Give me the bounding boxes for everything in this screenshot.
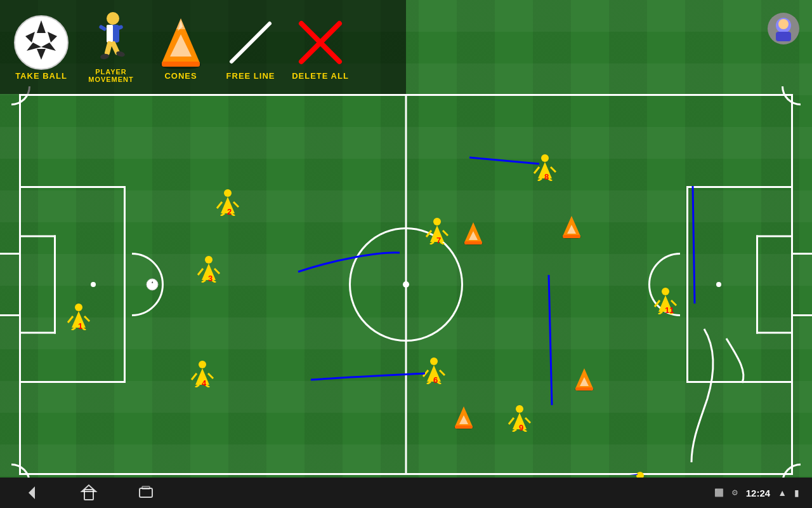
svg-point-26 [778,19,789,29]
player-4-number: 4 [202,378,206,388]
left-penalty-spot [91,282,96,287]
svg-point-110 [147,279,158,290]
player-1-number: 1 [78,321,82,331]
svg-point-58 [430,358,438,365]
svg-line-22 [232,23,270,62]
soccer-ball-icon [13,14,70,71]
free-line-label: FREE LINE [226,71,275,81]
svg-line-91 [671,300,676,305]
svg-line-32 [72,328,75,330]
screenshot-icon: ⬜ [714,488,724,497]
svg-rect-101 [563,235,580,238]
delete-all-label: DELETE ALL [292,71,349,81]
svg-rect-97 [464,241,482,244]
ball-spot [146,278,159,293]
soccer-field [19,94,793,475]
free-line-icon [222,14,279,71]
cone-3[interactable] [574,367,594,394]
svg-line-43 [214,269,219,274]
svg-point-46 [199,361,206,368]
wifi-icon: ▲ [778,488,787,498]
svg-rect-105 [575,387,593,391]
svg-point-7 [107,12,119,25]
svg-rect-115 [140,488,152,497]
nav-buttons [13,481,165,504]
svg-line-73 [551,167,556,172]
svg-point-64 [433,218,441,225]
svg-line-37 [233,202,239,207]
cone-2[interactable] [561,215,582,241]
svg-line-48 [192,373,197,380]
player-6[interactable]: 6 [422,358,446,387]
status-icons: ⬜ ⚙ 12:24 ▲ ▮ [714,488,799,498]
svg-rect-109 [455,425,473,429]
svg-rect-27 [776,32,791,41]
svg-line-78 [509,418,514,424]
player-3-number: 3 [208,274,213,283]
player-7[interactable]: 7 [425,218,449,247]
svg-marker-112 [29,486,35,499]
take-ball-tool[interactable]: TAKE BALL [13,14,70,81]
cone-4[interactable] [454,405,474,432]
svg-line-61 [440,370,445,375]
free-line-tool[interactable]: FREE LINE [222,14,279,81]
corner-tr [782,86,801,105]
svg-line-79 [525,418,530,423]
player-movement-label: PLAYERMOVEMENT [88,68,134,83]
delete-all-icon [292,14,349,71]
player-11[interactable]: 11 [653,288,678,317]
player-2-number: 2 [227,207,232,217]
svg-line-49 [208,373,213,378]
left-goal [0,253,21,316]
recents-button[interactable] [127,481,165,504]
player-9[interactable]: 9 [508,405,532,434]
home-button[interactable] [70,481,108,504]
toolbar: TAKE BALL [0,0,406,94]
svg-line-60 [423,370,428,377]
left-goal-area [21,236,56,334]
time-display: 12:24 [746,488,770,498]
player-1[interactable]: 1 [67,304,91,333]
svg-rect-9 [107,25,113,43]
svg-point-88 [662,288,669,295]
cones-label: CONES [164,71,197,81]
battery-icon: ▮ [794,488,799,498]
player-11-number: 11 [665,305,674,315]
goalie-avatar[interactable] [768,13,799,44]
player-4[interactable]: 4 [190,361,214,390]
player-9-number: 9 [519,423,523,432]
cone-icon [152,14,209,71]
player-8[interactable]: 8 [533,154,557,184]
player-2[interactable]: 2 [216,189,240,218]
delete-all-tool[interactable]: DELETE ALL [292,14,349,81]
svg-point-28 [75,304,82,311]
right-goal [791,253,812,316]
center-spot [403,281,409,288]
player-7-number: 7 [436,236,441,245]
svg-line-66 [426,231,431,237]
svg-line-44 [202,280,206,283]
svg-line-38 [221,213,225,216]
svg-rect-20 [162,62,200,67]
player-3[interactable]: 3 [197,256,221,285]
player-movement-icon [82,11,140,68]
back-button[interactable] [13,481,51,504]
svg-line-62 [427,382,431,384]
svg-line-42 [198,269,203,275]
right-penalty-spot [716,282,721,287]
svg-point-34 [224,189,232,197]
cone-1[interactable] [463,221,483,248]
svg-line-80 [513,429,516,432]
right-goal-area [756,236,791,334]
player-movement-tool[interactable]: PLAYERMOVEMENT [82,11,140,83]
svg-line-67 [443,231,448,236]
cones-tool[interactable]: CONES [152,14,209,81]
svg-point-70 [541,154,549,162]
take-ball-label: TAKE BALL [15,71,67,81]
svg-line-50 [195,385,199,387]
svg-line-74 [538,178,542,181]
svg-line-36 [217,202,222,208]
svg-point-40 [205,256,213,264]
svg-line-31 [84,316,89,321]
player-6-number: 6 [433,375,438,385]
